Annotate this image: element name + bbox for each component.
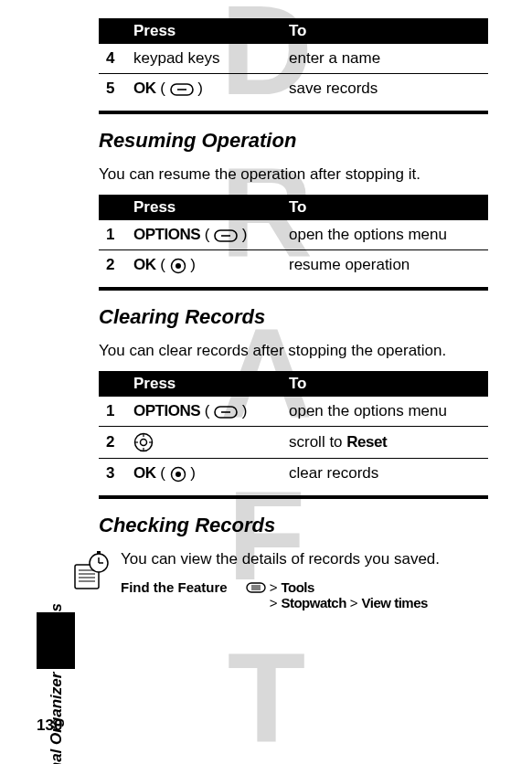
step-press: OPTIONS ( ) bbox=[126, 220, 282, 250]
step-number: 5 bbox=[99, 74, 126, 104]
path-item: View times bbox=[362, 595, 428, 610]
table-row: 4 keypad keys enter a name bbox=[99, 44, 488, 74]
stopwatch-clipboard-icon bbox=[71, 550, 112, 594]
table-end-rule bbox=[99, 287, 488, 291]
heading-clearing-records: Clearing Records bbox=[99, 305, 488, 329]
key-label: OK bbox=[133, 80, 156, 97]
svg-point-15 bbox=[176, 472, 181, 477]
table-row: 1 OPTIONS ( ) open the options menu bbox=[99, 397, 488, 427]
step-to: open the options menu bbox=[282, 397, 488, 427]
side-tab: Personal Organizer Features bbox=[44, 324, 68, 608]
step-number: 4 bbox=[99, 44, 126, 74]
step-press: OK ( ) bbox=[126, 74, 282, 104]
svg-point-9 bbox=[141, 440, 147, 446]
table-header-press: Press bbox=[126, 18, 282, 44]
table-header-num bbox=[99, 18, 126, 44]
table-row: 2 OK ( ) resume operation bbox=[99, 250, 488, 281]
path-sep: > bbox=[350, 595, 358, 610]
step-press: OK ( ) bbox=[126, 250, 282, 281]
path-item: Stopwatch bbox=[281, 595, 346, 610]
softkey-minus-icon bbox=[214, 406, 238, 419]
table-row: 5 OK ( ) save records bbox=[99, 74, 488, 104]
table-row: 1 OPTIONS ( ) open the options menu bbox=[99, 220, 488, 250]
key-label: OPTIONS bbox=[133, 226, 200, 243]
step-to: resume operation bbox=[282, 250, 488, 281]
step-press: OK ( ) bbox=[126, 459, 282, 489]
table-header-to: To bbox=[282, 195, 488, 220]
step-to-prefix: scroll to bbox=[289, 433, 346, 451]
menu-key-icon bbox=[246, 582, 266, 593]
svg-rect-22 bbox=[97, 551, 101, 554]
step-number: 1 bbox=[99, 220, 126, 250]
table-header-num bbox=[99, 371, 126, 397]
table-header-to: To bbox=[282, 371, 488, 397]
table-continuation: Press To 4 keypad keys enter a name 5 OK… bbox=[99, 18, 488, 103]
step-to: clear records bbox=[282, 459, 488, 489]
table-header-press: Press bbox=[126, 371, 282, 397]
step-press: keypad keys bbox=[126, 44, 282, 74]
step-to-bold: Reset bbox=[346, 433, 387, 451]
find-feature-label: Find the Feature bbox=[121, 579, 228, 595]
heading-checking-records: Checking Records bbox=[99, 514, 488, 537]
table-clearing: Press To 1 OPTIONS ( ) open the options … bbox=[99, 371, 488, 488]
key-label: OPTIONS bbox=[133, 402, 200, 419]
step-press: OPTIONS ( ) bbox=[126, 397, 282, 427]
step-to: enter a name bbox=[282, 44, 488, 74]
side-section-label: Personal Organizer Features bbox=[48, 603, 66, 764]
path-item: Tools bbox=[281, 579, 314, 595]
page-content: Press To 4 keypad keys enter a name 5 OK… bbox=[99, 0, 488, 610]
svg-point-5 bbox=[176, 263, 181, 269]
step-press bbox=[126, 427, 282, 459]
step-to: save records bbox=[282, 74, 488, 104]
step-to: scroll to Reset bbox=[282, 427, 488, 459]
table-header-to: To bbox=[282, 18, 488, 44]
nav-center-icon bbox=[170, 258, 186, 274]
softkey-minus-icon bbox=[170, 83, 194, 96]
path-sep: > bbox=[270, 579, 278, 595]
table-end-rule bbox=[99, 495, 488, 499]
heading-resuming-operation: Resuming Operation bbox=[99, 129, 488, 153]
key-label: OK bbox=[133, 256, 156, 273]
table-row: 3 OK ( ) clear records bbox=[99, 459, 488, 489]
step-number: 3 bbox=[99, 459, 126, 489]
step-number: 1 bbox=[99, 397, 126, 427]
table-header-press: Press bbox=[126, 195, 282, 220]
table-resuming: Press To 1 OPTIONS ( ) open the options … bbox=[99, 195, 488, 280]
key-label: OK bbox=[133, 464, 156, 482]
step-number: 2 bbox=[99, 250, 126, 281]
table-header-num bbox=[99, 195, 126, 220]
table-row: 2 scroll to Reset bbox=[99, 427, 488, 459]
body-text: You can resume the operation after stopp… bbox=[99, 165, 488, 184]
softkey-minus-icon bbox=[214, 229, 238, 242]
feature-path: > Tools > Stopwatch > View times bbox=[246, 579, 488, 610]
find-feature-row: Find the Feature > Tools > Stopwatch > V… bbox=[121, 579, 488, 610]
body-text: You can clear records after stopping the… bbox=[99, 342, 488, 360]
body-text: You can view the details of records you … bbox=[121, 550, 488, 568]
step-to: open the options menu bbox=[282, 220, 488, 250]
step-number: 2 bbox=[99, 427, 126, 459]
nav-center-icon bbox=[170, 466, 186, 483]
nav-ring-icon bbox=[133, 432, 154, 452]
table-end-rule bbox=[99, 111, 488, 114]
path-sep: > bbox=[270, 595, 278, 610]
